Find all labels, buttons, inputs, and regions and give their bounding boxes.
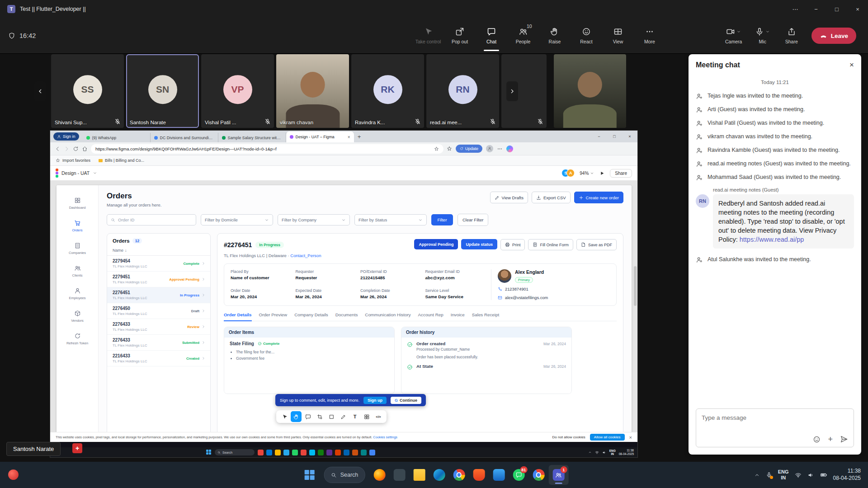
sidebar-item-refresh-token[interactable]: Refresh Token [60, 328, 95, 349]
sidebar-item-clients[interactable]: Clients [60, 260, 95, 282]
participant-tile-vishal-patil[interactable]: VP Vishal Patil ... [201, 54, 274, 128]
taskbar-chrome[interactable] [449, 465, 469, 485]
share-button[interactable]: Share [610, 169, 632, 178]
tab-order-details[interactable]: Order Details [224, 312, 252, 321]
toolbar-share-button[interactable]: Share [778, 18, 805, 53]
sign-up-button[interactable]: Sign up [363, 397, 387, 404]
column-header-name[interactable]: Name↓ [107, 244, 210, 256]
send-button[interactable] [840, 435, 848, 443]
collaborator-avatar[interactable]: A [566, 169, 575, 177]
gallery-prev-button[interactable] [34, 81, 46, 101]
contact-person-link[interactable]: Contact_Person [290, 253, 321, 258]
print-button[interactable]: Print [500, 239, 525, 250]
deny-cookies-button[interactable]: Do not allow cookies [552, 435, 585, 439]
refresh-button[interactable] [73, 146, 79, 152]
taskbar-blue-app[interactable] [489, 465, 509, 485]
view-drafts-button[interactable]: View Drafts [490, 192, 528, 203]
favorites-icon[interactable] [447, 146, 452, 151]
toolbar-mic-button[interactable]: Mic [749, 18, 776, 53]
browser-profile-button[interactable]: Sign in [53, 132, 79, 141]
figma-tool-code[interactable]: </> [373, 411, 384, 422]
filter-by-domicile-select[interactable]: Filter by Domicile [201, 214, 273, 225]
figma-logo-icon[interactable] [56, 169, 58, 178]
taskbar-chrome-profile-2[interactable] [528, 465, 548, 485]
tab-sales-receipt[interactable]: Sales Receipt [472, 312, 499, 321]
figma-tool-crop[interactable] [314, 411, 325, 422]
chevron-down-icon[interactable] [736, 29, 741, 34]
tab-communication-history[interactable]: Communication History [365, 312, 410, 321]
browser-tab-sample-salary-structure-with-calc[interactable]: Sample Salary Structure with calc [218, 133, 286, 142]
order-row-2276451[interactable]: 2276451TL Flex Holdings LLC In Progress [107, 287, 210, 303]
new-tab-button[interactable]: + [354, 133, 365, 140]
fill-online-form-button[interactable]: Fill Online Form [528, 239, 573, 250]
cookie-close-icon[interactable]: × [629, 435, 632, 440]
toolbar-raise-button[interactable]: Raise [539, 18, 571, 53]
taskbar-file-explorer[interactable] [409, 465, 429, 485]
copilot-icon[interactable] [506, 145, 513, 152]
shared-screen[interactable]: Sign in (9) WhatsApp DC Divisions and Su… [50, 130, 638, 458]
taskbar-app-dark[interactable] [389, 465, 409, 485]
present-button[interactable] [599, 170, 605, 176]
emoji-button[interactable] [813, 436, 821, 443]
approval-pending-button[interactable]: Approval Pending [414, 239, 458, 249]
scrollbar-thumb[interactable] [634, 266, 637, 306]
taskbar-firefox[interactable] [369, 465, 389, 485]
export-csv-button[interactable]: Export CSV [532, 192, 571, 203]
taskbar-teams[interactable]: 1 [548, 465, 568, 485]
attach-button[interactable]: + [828, 435, 833, 443]
figma-tool-widget[interactable] [361, 411, 372, 422]
toolbar-people-button[interactable]: 10 People [507, 18, 539, 53]
filter-button[interactable]: Filter [431, 214, 453, 225]
create-new-order-button[interactable]: Create new order [574, 192, 623, 203]
taskbar-search[interactable]: Search [324, 467, 365, 483]
forward-button[interactable] [64, 146, 70, 152]
tab-order-preview[interactable]: Order Preview [259, 312, 288, 321]
presenter-add-button[interactable]: + [72, 443, 82, 453]
taskbar-brave[interactable] [469, 465, 489, 485]
filter-by-status-select[interactable]: Filter by Status [354, 214, 427, 225]
order-row-2276433[interactable]: 2276433TL Flex Holdings LLC Submitted [107, 335, 210, 351]
figma-file-name[interactable]: Design - UAT [61, 170, 90, 176]
figma-tool-comment[interactable] [302, 411, 313, 422]
sidebar-item-dashboard[interactable]: Dashboard [60, 192, 95, 214]
save-as-pdf-button[interactable]: Save as PDF [576, 239, 617, 250]
gallery-next-button[interactable] [506, 81, 518, 101]
participant-tile-shivani-sup[interactable]: SS Shivani Sup... [51, 54, 124, 128]
order-row-2276450[interactable]: 2276450TL Flex Holdings LLC Draft [107, 303, 210, 319]
figma-tool-square[interactable] [326, 411, 337, 422]
browser-update-button[interactable]: Update [456, 145, 482, 153]
browser-close-button[interactable]: × [622, 131, 637, 142]
figma-tool-pen[interactable] [338, 411, 349, 422]
sidebar-item-companies[interactable]: Companies [60, 238, 95, 259]
clock[interactable]: 11:3808-04-2025 [833, 468, 861, 482]
volume-icon[interactable] [807, 472, 814, 479]
toolbar-more-button[interactable]: More [634, 18, 665, 53]
browser-tab-design-uat-figma[interactable]: Design - UAT – Figma × [286, 131, 354, 142]
taskbar-edge[interactable] [429, 465, 449, 485]
toolbar-view-button[interactable]: View [602, 18, 634, 53]
cookie-settings-link[interactable]: Cookies settings [373, 435, 397, 439]
toolbar-camera-button[interactable]: Camera [720, 18, 747, 53]
scrollbar[interactable] [634, 190, 637, 428]
tab-documents[interactable]: Documents [335, 312, 358, 321]
window-more-button[interactable]: ⋯ [785, 0, 806, 18]
mic-in-use-icon[interactable] [766, 472, 772, 478]
tray-chevron-up-icon[interactable] [754, 472, 760, 478]
clear-filter-button[interactable]: Clear Filter [458, 214, 488, 226]
sidebar-item-orders[interactable]: Orders [60, 215, 95, 236]
figma-tool-cursor[interactable] [279, 411, 290, 422]
language-indicator[interactable]: ENGIN [778, 469, 789, 481]
profile-avatar[interactable] [486, 145, 493, 152]
meeting-info[interactable]: 16:42 [8, 18, 36, 53]
start-button[interactable] [300, 465, 320, 485]
taskbar-whatsapp[interactable]: 81 [509, 465, 528, 485]
toolbar-pop-out-button[interactable]: Pop out [444, 18, 476, 53]
order-row-2216433[interactable]: 2216433TL Flex Holdings LLC Created [107, 351, 210, 366]
order-row-2279451[interactable]: 2279451TL Flex Holdings LLC Approval Pen… [107, 272, 210, 287]
chevron-down-icon[interactable] [765, 29, 770, 34]
tab-invoice[interactable]: Invoice [451, 312, 465, 321]
browser-tab-dc-divisions-and-surroundings[interactable]: DC Divisions and Surroundings [151, 133, 218, 142]
zoom-control[interactable]: 94% [580, 171, 594, 176]
tab-close-icon[interactable]: × [348, 135, 350, 140]
order-id-search[interactable]: Order ID [107, 214, 196, 225]
